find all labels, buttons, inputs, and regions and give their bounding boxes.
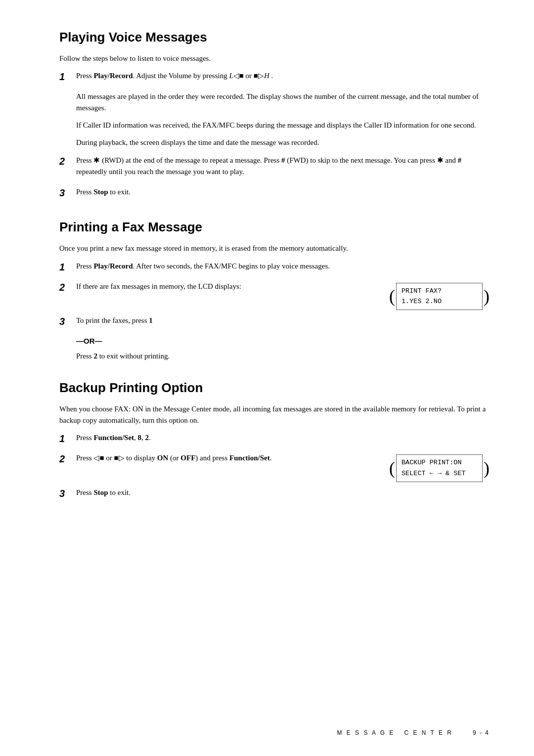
step-content: Press Function/Set, 8, 2. [76, 432, 490, 447]
step-content: Press ✱ (RWD) at the end of the message … [76, 155, 490, 182]
footer-right: 9 - 4 [473, 729, 490, 736]
press-2-text: Press 2 to exit without printing. [76, 351, 490, 362]
step-content: Press Stop to exit. [76, 487, 490, 502]
step-playing-1: 1 Press Play/Record. Adjust the Volume b… [59, 70, 490, 86]
section-title-printing: Printing a Fax Message [59, 220, 490, 235]
section-title-playing: Playing Voice Messages [59, 30, 490, 45]
step-text: Press ◁■ or ■▷ to display ON (or OFF) an… [76, 452, 389, 468]
footer-left: M E S S A G E C E N T E R [337, 729, 453, 736]
step-playing-3: 3 Press Stop to exit. [59, 186, 490, 202]
step-content: If there are fax messages in memory, the… [76, 281, 490, 310]
para-playing-messages-order: All messages are played in the order the… [76, 91, 490, 114]
step-printing-1: 1 Press Play/Record. After two seconds, … [59, 261, 490, 276]
step-playing-2: 2 Press ✱ (RWD) at the end of the messag… [59, 155, 490, 182]
para-playing-screen: During playback, the screen displays the… [76, 137, 490, 148]
step-number: 3 [59, 314, 73, 329]
step-content: Press Play/Record. Adjust the Volume by … [76, 70, 490, 86]
step-content: Press ◁■ or ■▷ to display ON (or OFF) an… [76, 452, 490, 482]
step-number: 1 [59, 69, 73, 85]
section-intro-playing: Follow the steps below to listen to voic… [59, 53, 490, 64]
step-row: Press ◁■ or ■▷ to display ON (or OFF) an… [76, 452, 490, 482]
page-footer: M E S S A G E C E N T E R 9 - 4 [0, 729, 534, 736]
step-printing-2: 2 If there are fax messages in memory, t… [59, 281, 490, 310]
step-number: 2 [59, 154, 73, 169]
page-container: Playing Voice Messages Follow the steps … [0, 0, 534, 756]
step-backup-3: 3 Press Stop to exit. [59, 487, 490, 502]
step-row: If there are fax messages in memory, the… [76, 281, 490, 310]
section-intro-backup: When you choose FAX: ON in the Message C… [59, 403, 490, 427]
indent-block-playing: All messages are played in the order the… [76, 91, 490, 149]
section-intro-printing: Once you print a new fax message stored … [59, 243, 490, 254]
step-content: Press Stop to exit. [76, 186, 490, 202]
section-title-backup: Backup Printing Option [59, 380, 490, 396]
step-number: 3 [59, 486, 73, 501]
step-backup-1: 1 Press Function/Set, 8, 2. [59, 432, 490, 447]
step-text: If there are fax messages in memory, the… [76, 281, 389, 296]
or-block: —OR— Press 2 to exit without printing. [76, 335, 490, 362]
step-number: 3 [59, 185, 73, 201]
para-playing-caller-id: If Caller ID information was received, t… [76, 120, 490, 131]
step-printing-3: 3 To print the faxes, press 1 [59, 315, 490, 330]
step-content: Press Play/Record. After two seconds, th… [76, 261, 490, 276]
step-number: 1 [59, 431, 73, 446]
lcd-display-backup: ( BACKUP PRINT:ON SELECT ← → & SET ) [389, 452, 490, 482]
step-number: 2 [59, 280, 73, 295]
step-content: To print the faxes, press 1 [76, 315, 490, 330]
step-number: 2 [59, 451, 73, 467]
or-line: —OR— [76, 335, 490, 347]
lcd-display-print-fax: ( PRINT FAX? 1.YES 2.NO ) [389, 281, 490, 310]
step-number: 1 [59, 260, 73, 275]
step-backup-2: 2 Press ◁■ or ■▷ to display ON (or OFF) … [59, 452, 490, 482]
